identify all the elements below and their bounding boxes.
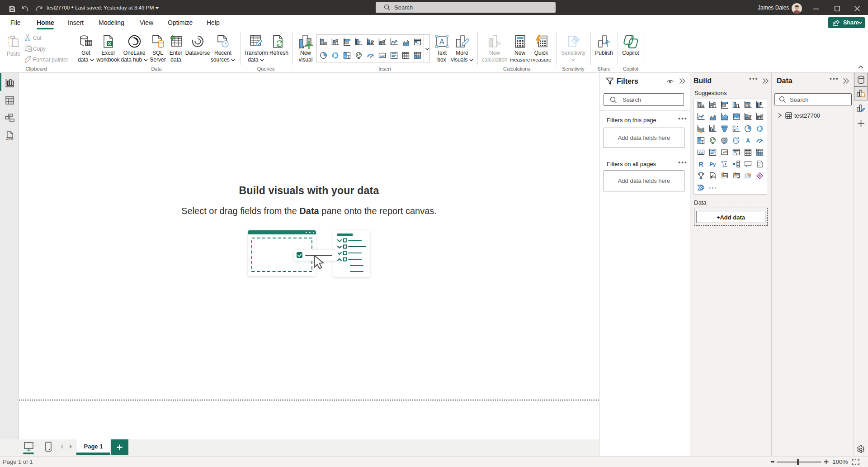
svg-text:A: A — [439, 38, 445, 46]
svg-text:DAX: DAX — [6, 137, 13, 140]
svg-text:fx: fx — [496, 39, 501, 46]
